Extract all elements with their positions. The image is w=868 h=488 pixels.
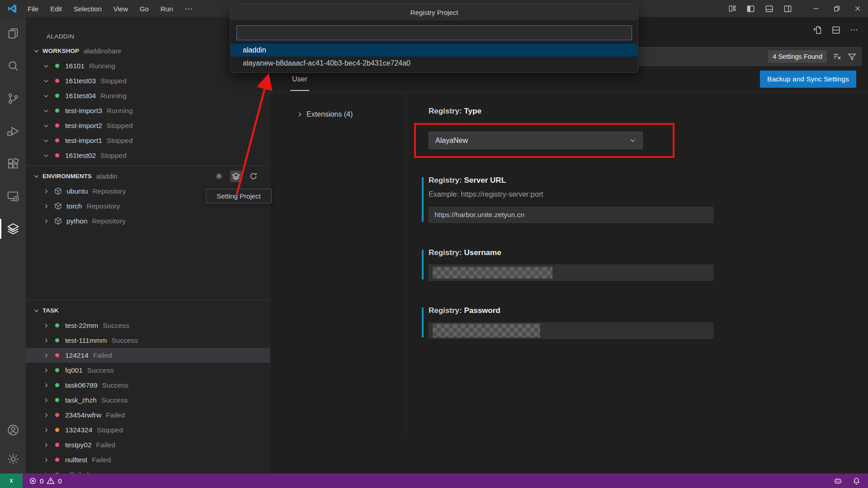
status-dot — [55, 153, 59, 157]
backup-and-sync-settings-button[interactable]: Backup and Sync Settings — [760, 71, 856, 88]
quick-pick-list: aladdin alayanew-b8daaacf-ac41-40b3-bec4… — [231, 44, 637, 70]
chevron-right-icon[interactable] — [43, 397, 49, 403]
menu-item[interactable]: Run — [155, 0, 179, 17]
task-item[interactable]: Failed — [26, 467, 270, 474]
refresh-icon[interactable] — [247, 171, 259, 182]
chevron-down-icon[interactable] — [43, 137, 49, 144]
notifications-bell-icon[interactable] — [852, 477, 861, 485]
chevron-right-icon[interactable] — [43, 218, 49, 224]
menu-item[interactable]: Edit — [44, 0, 68, 17]
source-control-icon[interactable] — [0, 82, 26, 115]
task-item[interactable]: task06789 Success — [26, 378, 270, 393]
chevron-right-icon[interactable] — [43, 442, 49, 448]
filter-settings-icon[interactable] — [847, 52, 857, 62]
tab-user[interactable]: User — [292, 75, 307, 83]
chevron-right-icon[interactable] — [43, 203, 49, 209]
settings-editor: ⋯ 4 Settings Found User Backup and Sync … — [270, 17, 868, 474]
setting-project-tooltip: Setting Project — [206, 189, 272, 204]
minimize-button[interactable] — [806, 0, 826, 17]
remote-icon — [7, 477, 15, 485]
environment-item[interactable]: python Repository — [26, 213, 270, 228]
restore-button[interactable] — [826, 0, 847, 17]
task-item[interactable]: task_zhzh Success — [26, 393, 270, 407]
toggle-panel-icon[interactable] — [765, 5, 774, 13]
chevron-right-icon[interactable] — [43, 457, 49, 463]
registry-password-input[interactable] — [429, 322, 713, 339]
registry-username-input[interactable] — [429, 265, 713, 281]
settings-gear-icon[interactable] — [213, 171, 225, 182]
task-item[interactable]: nulltest Failed — [26, 452, 270, 467]
workshop-item[interactable]: 161test02 Stopped — [26, 148, 270, 163]
search-icon[interactable] — [0, 50, 26, 82]
quick-pick-option[interactable]: alayanew-b8daaacf-ac41-40b3-bec4-2b431ce… — [231, 57, 637, 70]
chevron-right-icon[interactable] — [43, 412, 49, 418]
clear-settings-search-icon[interactable] — [832, 52, 842, 62]
task-item[interactable]: 124214 Failed — [26, 348, 270, 363]
menu-item[interactable]: View — [108, 0, 134, 17]
task-item-name: fq001 — [65, 366, 83, 374]
task-item[interactable]: fq001 Success — [26, 363, 270, 378]
remote-explorer-icon[interactable] — [0, 180, 26, 213]
task-item-status: Failed — [93, 351, 112, 360]
run-and-debug-icon[interactable] — [0, 115, 26, 147]
customize-layout-icon[interactable] — [728, 5, 736, 13]
workshop-item[interactable]: test-import1 Stopped — [26, 133, 270, 148]
menu-item[interactable]: Selection — [68, 0, 108, 17]
task-item[interactable]: 23454rwfrw Failed — [26, 407, 270, 422]
more-actions-icon[interactable]: ⋯ — [850, 25, 859, 35]
red-annotation-box: AlayaNew — [414, 123, 675, 158]
registry-type-select[interactable]: AlayaNew — [429, 132, 643, 149]
task-section-header[interactable]: TASK — [26, 303, 270, 318]
environments-section-header[interactable]: ENVIRONMENTS aladdin — [26, 169, 270, 184]
problems-summary[interactable]: 0 0 — [29, 477, 62, 485]
chevron-right-icon[interactable] — [43, 337, 49, 344]
chevron-right-icon[interactable] — [43, 188, 49, 194]
setting-project-layers-icon[interactable] — [230, 171, 242, 182]
chevron-right-icon[interactable] — [43, 427, 49, 433]
aladdin-extension-icon[interactable] — [0, 213, 26, 245]
explorer-icon[interactable] — [0, 17, 26, 50]
open-settings-json-icon[interactable] — [813, 25, 822, 35]
chevron-right-icon[interactable] — [43, 352, 49, 359]
remote-indicator[interactable] — [0, 474, 23, 488]
copilot-icon[interactable] — [834, 477, 842, 485]
chevron-right-icon[interactable] — [43, 367, 49, 374]
toggle-secondary-sidebar-icon[interactable] — [783, 5, 792, 13]
toggle-primary-sidebar-icon[interactable] — [746, 5, 755, 13]
chevron-down-icon[interactable] — [43, 108, 49, 114]
chevron-down-icon[interactable] — [43, 78, 49, 84]
status-dot — [55, 109, 59, 113]
task-item[interactable]: test-111mmm Success — [26, 333, 270, 348]
task-item[interactable]: 1324324 Stopped — [26, 422, 270, 437]
close-button[interactable] — [847, 0, 868, 17]
extensions-icon[interactable] — [0, 147, 26, 180]
menu-more-button[interactable]: ⋯ — [179, 4, 199, 14]
chevron-down-icon[interactable] — [43, 93, 49, 99]
setting-registry-password: Registry: Password — [429, 306, 722, 339]
quick-pick-input[interactable] — [236, 25, 632, 40]
workshop-item[interactable]: 161test03 Stopped — [26, 73, 270, 88]
quick-pick-option[interactable]: aladdin — [231, 44, 637, 57]
setting-description: Example: https://registry-server:port — [429, 190, 722, 199]
task-item-name: task_zhzh — [65, 396, 97, 404]
chevron-right-icon[interactable] — [43, 382, 49, 389]
chevron-down-icon[interactable] — [43, 123, 49, 129]
menu-item[interactable]: Go — [134, 0, 155, 17]
chevron-down-icon[interactable] — [43, 63, 49, 69]
workshop-item[interactable]: 161test04 Running — [26, 88, 270, 103]
registry-server-url-input[interactable] — [429, 207, 713, 223]
manage-gear-icon[interactable] — [0, 445, 26, 474]
chevron-right-icon[interactable] — [43, 322, 49, 329]
chevron-down-icon — [33, 47, 40, 54]
menu-item[interactable]: File — [22, 0, 44, 17]
task-item[interactable]: testpy02 Failed — [26, 437, 270, 452]
task-item[interactable]: test-22mm Success — [26, 318, 270, 333]
toc-extensions[interactable]: Extensions (4) — [297, 110, 406, 118]
workshop-item[interactable]: test-import2 Stopped — [26, 118, 270, 133]
chevron-down-icon[interactable] — [43, 152, 49, 159]
accounts-icon[interactable] — [0, 416, 26, 445]
warning-count: 0 — [58, 477, 61, 485]
workshop-item[interactable]: test-import3 Running — [26, 103, 270, 118]
split-editor-icon[interactable] — [831, 25, 841, 35]
workshop-item-status: Running — [100, 92, 127, 100]
